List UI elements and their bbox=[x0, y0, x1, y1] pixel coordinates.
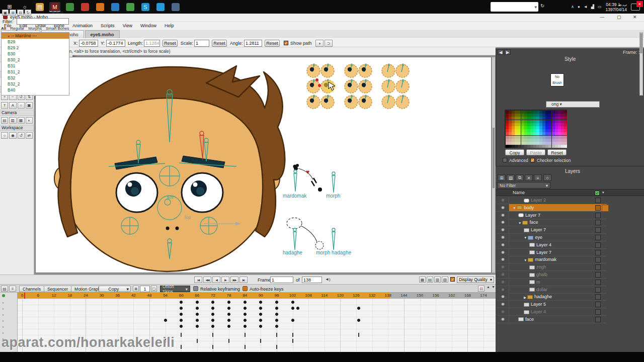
text-tool-icon[interactable]: T bbox=[1, 102, 8, 109]
color-swatch[interactable] bbox=[509, 139, 512, 142]
color-swatch[interactable] bbox=[533, 114, 536, 117]
color-swatch[interactable] bbox=[539, 120, 542, 123]
layer-checkbox[interactable] bbox=[595, 264, 601, 270]
layer-visibility-icon[interactable]: ◉ bbox=[497, 219, 509, 226]
color-swatch[interactable] bbox=[542, 117, 545, 120]
color-swatch[interactable] bbox=[555, 142, 558, 145]
color-swatch[interactable] bbox=[561, 145, 564, 148]
color-swatch[interactable] bbox=[521, 145, 524, 148]
layer-visibility-icon[interactable]: ◉ bbox=[497, 308, 509, 315]
advanced-checkbox[interactable] bbox=[503, 158, 507, 162]
keyframe-dot[interactable] bbox=[275, 325, 278, 328]
loop-range-icon[interactable]: ▢ bbox=[151, 286, 157, 292]
keyframe-dot[interactable] bbox=[164, 319, 167, 322]
channel-row-icon[interactable]: ▸ bbox=[3, 301, 4, 304]
color-swatch[interactable] bbox=[512, 114, 515, 117]
keyframe-tick[interactable] bbox=[212, 345, 213, 349]
color-swatch[interactable] bbox=[518, 136, 521, 139]
keyframe-dot[interactable] bbox=[227, 319, 230, 322]
action-item[interactable]: B30_2 bbox=[2, 57, 69, 63]
color-swatch[interactable] bbox=[539, 117, 542, 120]
y-position-field[interactable]: -0.1774 bbox=[106, 40, 125, 47]
color-swatch[interactable] bbox=[545, 117, 548, 120]
actions-tab-smart-bones[interactable]: Smart Bones bbox=[46, 26, 69, 31]
layer-row-dollar[interactable]: ◉dollar bbox=[497, 286, 607, 294]
color-swatch[interactable] bbox=[521, 117, 524, 120]
color-swatch[interactable] bbox=[530, 126, 533, 129]
layer-checkbox[interactable] bbox=[595, 213, 601, 218]
color-swatch[interactable] bbox=[555, 132, 558, 135]
color-swatch[interactable] bbox=[518, 114, 521, 117]
keyframe-tick[interactable] bbox=[276, 333, 277, 337]
layer-row-ghalb[interactable]: ◉ghalb bbox=[497, 271, 607, 279]
bone-strength-icon[interactable]: ◑ bbox=[315, 40, 324, 47]
color-swatch[interactable] bbox=[512, 136, 515, 139]
channel-row-icon[interactable]: ▸ bbox=[3, 313, 4, 316]
expand-arrow-icon[interactable]: ▼ bbox=[524, 258, 527, 262]
color-swatch[interactable] bbox=[555, 114, 558, 117]
color-swatch[interactable] bbox=[552, 132, 555, 135]
view-grid-icon[interactable]: ▦ bbox=[419, 277, 426, 283]
color-swatch[interactable] bbox=[530, 129, 533, 132]
keyframe-tick[interactable] bbox=[181, 333, 182, 337]
color-swatch[interactable] bbox=[548, 126, 551, 129]
color-swatch[interactable] bbox=[515, 142, 518, 145]
display-quality-dropdown[interactable]: Display Quality▾ bbox=[457, 277, 494, 283]
layer-row-face[interactable]: ◉▼face bbox=[497, 219, 607, 226]
color-swatch[interactable] bbox=[564, 145, 567, 148]
view-columns-icon[interactable]: ▥ bbox=[434, 277, 441, 283]
view-rows-icon[interactable]: ▤ bbox=[427, 277, 433, 283]
color-swatch[interactable] bbox=[509, 142, 512, 145]
layer-row-m[interactable]: ◉m bbox=[497, 279, 607, 286]
color-swatch[interactable] bbox=[564, 136, 567, 139]
color-swatch[interactable] bbox=[552, 111, 555, 114]
keyframe-dot[interactable] bbox=[291, 301, 294, 304]
color-swatch[interactable] bbox=[558, 145, 561, 148]
canvas-scrollbar[interactable] bbox=[492, 57, 496, 273]
color-swatch[interactable] bbox=[521, 123, 524, 126]
color-swatch[interactable] bbox=[533, 145, 536, 148]
show-path-checkbox[interactable]: ✓ bbox=[284, 41, 288, 45]
keyframe-dot[interactable] bbox=[196, 301, 199, 304]
layer-checkbox[interactable] bbox=[595, 309, 601, 315]
color-swatch[interactable] bbox=[548, 142, 551, 145]
color-swatch[interactable] bbox=[558, 111, 561, 114]
current-frame-field[interactable]: 1 bbox=[270, 277, 293, 283]
color-swatch[interactable] bbox=[512, 129, 515, 132]
color-swatch[interactable] bbox=[558, 123, 561, 126]
menu-window[interactable]: Window bbox=[136, 23, 160, 28]
color-swatch[interactable] bbox=[530, 139, 533, 142]
color-swatch[interactable] bbox=[536, 132, 539, 135]
color-swatch[interactable] bbox=[518, 142, 521, 145]
layer-row-layer-7[interactable]: ◉Layer 7 bbox=[497, 249, 607, 256]
action-item[interactable]: B31 bbox=[2, 63, 69, 69]
keyframe-dot[interactable] bbox=[227, 301, 230, 304]
delete-action-icon[interactable]: ⊟ bbox=[17, 10, 24, 16]
keyframe-tick[interactable] bbox=[245, 333, 246, 337]
color-swatch[interactable] bbox=[509, 111, 512, 114]
firefox-icon[interactable] bbox=[95, 2, 106, 12]
keyframe-tick[interactable] bbox=[212, 333, 213, 337]
loop-count-field[interactable]: 1 bbox=[140, 286, 150, 292]
keyframe-dot[interactable] bbox=[227, 307, 230, 310]
color-swatch[interactable] bbox=[521, 139, 524, 142]
keyframe-dot[interactable] bbox=[259, 319, 262, 322]
color-swatch[interactable] bbox=[536, 123, 539, 126]
color-swatch[interactable] bbox=[515, 111, 518, 114]
pan-tilt-camera-tool-icon[interactable]: ◐ bbox=[26, 117, 33, 124]
color-swatch[interactable] bbox=[515, 129, 518, 132]
color-swatch[interactable] bbox=[561, 142, 564, 145]
color-swatch[interactable] bbox=[527, 129, 530, 132]
layer-visibility-icon[interactable]: ◉ bbox=[497, 256, 509, 263]
color-swatch[interactable] bbox=[539, 129, 542, 132]
layer-visibility-icon[interactable]: ◉ bbox=[497, 212, 509, 219]
color-swatch[interactable] bbox=[545, 139, 548, 142]
new-action-icon[interactable]: ▣ bbox=[2, 10, 9, 16]
timeline-scroll-up-icon[interactable]: ▲ bbox=[487, 285, 490, 289]
color-swatch[interactable] bbox=[555, 129, 558, 132]
roll-camera-tool-icon[interactable]: ▦ bbox=[18, 117, 25, 124]
color-swatch[interactable] bbox=[527, 126, 530, 129]
layer-visibility-icon[interactable]: ◉ bbox=[497, 241, 509, 248]
telegram-icon[interactable] bbox=[155, 2, 166, 12]
layer-search-icon[interactable]: ○ bbox=[543, 174, 551, 181]
